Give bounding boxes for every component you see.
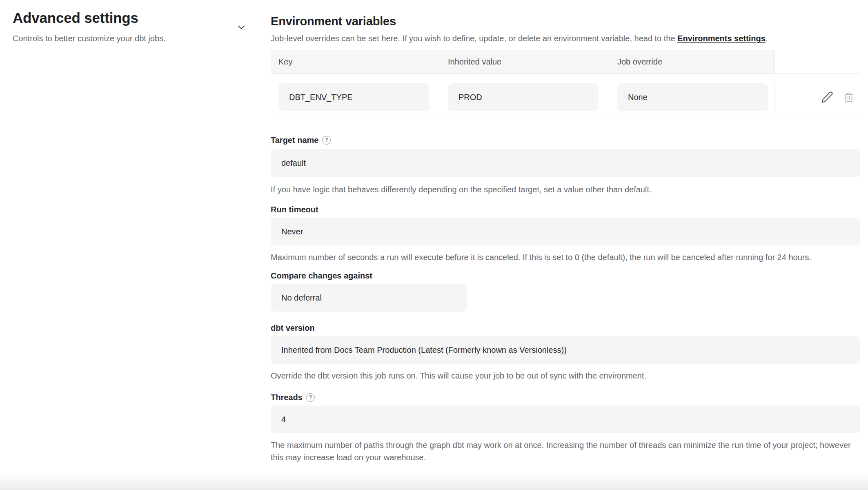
collapse-section-button[interactable]: [235, 21, 247, 33]
bottom-scroll-fade: [0, 473, 868, 490]
field-threads: Threads ? 4 The maximum number of paths …: [271, 392, 860, 463]
compare-changes-select[interactable]: No deferral: [271, 284, 467, 312]
section-description: Job-level overrides can be set here. If …: [271, 33, 860, 44]
trash-icon: [843, 91, 855, 103]
dbt-version-helper: Override the dbt version this job runs o…: [271, 370, 860, 382]
column-header-actions: [775, 50, 860, 74]
page-title: Advanced settings: [13, 8, 233, 28]
threads-input[interactable]: 4: [271, 405, 860, 433]
column-header-job-override: Job override: [610, 50, 775, 74]
run-timeout-helper: Maximum number of seconds a run will exe…: [271, 251, 860, 263]
env-var-key-field: DBT_ENV_TYPE: [278, 83, 429, 111]
environment-variables-section: Environment variables Job-level override…: [271, 0, 860, 463]
section-title: Environment variables: [271, 14, 860, 29]
dbt-version-label: dbt version: [271, 323, 315, 333]
delete-env-var-button[interactable]: [843, 91, 855, 103]
run-timeout-input[interactable]: Never: [271, 218, 860, 245]
actions-cell: [775, 83, 860, 111]
edit-env-var-button[interactable]: [821, 91, 833, 103]
help-icon[interactable]: ?: [306, 393, 315, 402]
column-header-inherited-value: Inherited value: [440, 50, 610, 74]
env-var-job-override-field: None: [617, 83, 768, 111]
pencil-icon: [821, 91, 833, 103]
key-cell: DBT_ENV_TYPE: [271, 83, 440, 111]
column-header-key: Key: [271, 50, 440, 74]
env-var-inherited-value-field: PROD: [448, 83, 599, 111]
field-compare-changes: Compare changes against No deferral: [271, 271, 860, 312]
help-icon[interactable]: ?: [322, 136, 331, 145]
chevron-down-icon: [236, 22, 247, 33]
field-target-name: Target name ? default If you have logic …: [271, 135, 860, 195]
dbt-version-select[interactable]: Inherited from Docs Team Production (Lat…: [271, 336, 860, 364]
environments-settings-link[interactable]: Environments settings: [677, 34, 766, 43]
description-text: Job-level overrides can be set here. If …: [271, 34, 677, 43]
env-vars-table: Key Inherited value Job override DBT_ENV…: [271, 50, 860, 120]
target-name-label: Target name: [271, 135, 318, 145]
field-run-timeout: Run timeout Never Maximum number of seco…: [271, 205, 860, 263]
threads-label: Threads: [271, 392, 303, 402]
job-override-cell: None: [610, 83, 775, 111]
target-name-helper: If you have logic that behaves different…: [271, 184, 860, 195]
compare-changes-label: Compare changes against: [271, 271, 372, 281]
inherited-value-cell: PROD: [440, 83, 610, 111]
advanced-settings-panel: Advanced settings Controls to better cus…: [13, 8, 233, 44]
table-header-row: Key Inherited value Job override: [271, 50, 860, 74]
description-period: .: [766, 34, 768, 43]
run-timeout-label: Run timeout: [271, 205, 318, 214]
table-row: DBT_ENV_TYPE PROD None: [271, 74, 860, 120]
field-dbt-version: dbt version Inherited from Docs Team Pro…: [271, 323, 860, 382]
target-name-input[interactable]: default: [271, 149, 860, 177]
threads-helper: The maximum number of paths through the …: [271, 439, 860, 463]
page-subtitle: Controls to better customize your dbt jo…: [13, 33, 233, 44]
